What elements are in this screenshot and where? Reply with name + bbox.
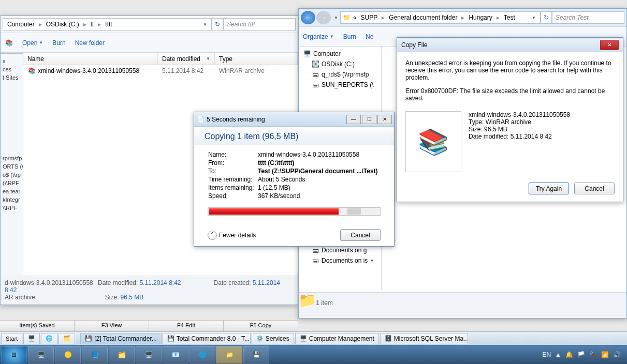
tree-item: 🖥️Computer [303,49,377,59]
start-button[interactable]: Start [1,333,22,344]
computer-icon: 🖥️ [303,50,311,58]
progress-bar [208,207,381,216]
nav-pane[interactable]: s ces t Sites rprmsfp ORTS (\ o$ (\\rp (… [1,53,23,275]
crumb[interactable]: tt [89,21,96,28]
task-button[interactable]: 🗂️ [109,346,135,363]
nav-bar: ← → ▼ 📁 « SUPP▸ General document folder▸… [299,9,626,27]
lang-indicator[interactable]: EN [542,351,551,358]
crumb[interactable]: OSDisk (C:) [44,21,81,28]
tray-icon[interactable]: 🔊 [613,351,621,358]
try-again-button[interactable]: Try Again [529,183,569,194]
new-folder-button[interactable]: Ne [366,33,373,40]
tree-item: 🖴Documents on is ▼ [303,255,377,266]
open-button[interactable]: Open ▼ [22,39,43,47]
burn-button[interactable]: Burn [52,39,65,47]
chevron-up-icon: ˄ [208,231,217,240]
disk-icon: 💽 [311,60,319,68]
system-tray[interactable]: EN ▲ 🔔 🏳️ 🔌 📶 🔊 [542,351,626,358]
crumb[interactable]: Computer [5,21,37,28]
task-item[interactable]: 🗄️ Microsoft SQL Server Ma... [380,333,468,344]
forward-button[interactable]: → [316,11,331,24]
winrar-icon: 📚 [27,67,36,75]
task-item[interactable]: ⚙️ Services [252,333,294,344]
task-item[interactable]: 🖥️ Computer Management [295,333,379,344]
f3-button[interactable]: F3 View [75,321,149,331]
quick-launch[interactable]: 🖥️ [23,333,40,344]
history-dropdown[interactable]: ▼ [334,16,338,20]
copy-dialog: 📄 5 Seconds remaining — ☐ ✕ Copying 1 it… [194,112,395,247]
file-row[interactable]: 📚xmind-windows-3.4.0.201311050558 5.11.2… [23,65,298,77]
tray-icon[interactable]: 🔌 [589,351,597,358]
tray-icon[interactable]: ▲ [555,351,561,358]
winrar-icon: 📚 [429,138,438,146]
start-orb[interactable]: ⊞ [1,346,27,363]
quick-launch[interactable]: 🗂️ [59,333,75,344]
folder-icon: 📁 [303,296,311,304]
task-button[interactable]: 📘 [82,346,108,363]
col-date[interactable]: Date modified ▼ [158,53,215,65]
breadcrumb[interactable]: 📁 « SUPP▸ General document folder▸ Hunga… [340,11,541,24]
search-input[interactable]: Search Test [552,11,624,24]
breadcrumb[interactable]: Computer▸ OSDisk (C:)▸ tt▸ tttt ▼ [3,18,212,31]
task-button[interactable]: 📁 [216,346,242,363]
back-button[interactable]: ← [301,11,315,24]
task-button[interactable]: 📧 [163,346,188,363]
cancel-button[interactable]: Cancel [574,183,615,194]
crumb[interactable]: SUPP [359,14,380,21]
tray-icon[interactable]: 🔔 [565,351,573,358]
tree-item: 💽OSDisk (C:) [303,59,377,69]
tray-icon[interactable]: 📶 [601,351,609,358]
details-table: Name:xmind-windows-3.4.0.201311050558 Fr… [208,150,378,200]
crumb[interactable]: tttt [103,21,114,28]
title: Copy File [401,41,428,49]
title: 5 Seconds remaining [205,116,345,123]
task-button[interactable]: 🌐 [189,346,215,363]
col-name[interactable]: Name [23,53,158,65]
task-item[interactable]: 💾 [2] Total Commander... [80,333,162,344]
organize-button[interactable]: Organize ▼ [303,33,334,40]
burn-button[interactable]: Burn [343,33,356,40]
tree-item: 🖴q_rds$ (\\rprmsfp [303,69,377,80]
file-info: xmind-windows-3.4.0.201311050558 Type: W… [469,111,570,140]
quick-launch[interactable]: 🌐 [41,333,57,344]
netdrive-icon: 🖴 [311,256,319,265]
winrar-icon: 📚 [5,39,13,47]
netdrive-x-icon: 🖴 [311,81,319,89]
minimize-button[interactable]: — [346,115,361,124]
close-button[interactable]: ✕ [377,115,392,124]
tree-item: 🖴Documents on g [303,245,377,255]
task-button[interactable]: 💾 [243,346,269,363]
maximize-button[interactable]: ☐ [362,115,376,124]
f4-button[interactable]: F4 Edit [149,321,224,331]
task-button[interactable]: 🖥️ [136,346,162,363]
f5-button[interactable]: F5 Copy [224,321,298,331]
upper-taskbar: Start 🖥️ 🌐 🗂️ 💾 [2] Total Commander... 💾… [0,331,627,345]
file-thumbnail: 📚 [405,111,461,172]
copy-icon: 📄 [196,115,205,124]
refresh-button[interactable]: ↻ [541,11,552,24]
task-button[interactable]: 🖥️ [28,346,54,363]
close-button[interactable]: ✕ [600,40,619,50]
task-item[interactable]: 💾 Total Commander 8.0 - T... [163,333,251,344]
crumb[interactable]: Hungary [466,14,494,21]
col-type[interactable]: Type [215,53,298,65]
search-input[interactable]: Search tttt [223,18,296,31]
folder-icon: 📁 [343,13,351,22]
task-button[interactable]: 🟡 [55,346,81,363]
breadcrumb-bar: Computer▸ OSDisk (C:)▸ tt▸ tttt ▼ ↻ Sear… [1,16,298,33]
titlebar: 📄 5 Seconds remaining — ☐ ✕ [194,112,394,127]
crumb[interactable]: General document folder [387,14,459,21]
refresh-button[interactable]: ↻ [212,18,223,31]
list-header[interactable]: Name Date modified ▼ Type [23,53,298,65]
new-folder-button[interactable]: New folder [75,39,105,47]
tray-icon[interactable]: 🏳️ [577,351,585,358]
titlebar: Copy File ✕ [397,38,623,52]
crumb[interactable]: Test [502,14,517,21]
error-dialog: Copy File ✕ An unexpected error is keepi… [397,37,623,202]
cancel-button[interactable]: Cancel [340,229,381,241]
fewer-details-button[interactable]: ˄ Fewer details [208,231,256,240]
netdrive-icon: 🖴 [311,246,319,254]
fkey-bar: Item(s) Saved F3 View F4 Edit F5 Copy [0,320,298,331]
tree-item: 🖴SUN_REPORTS (\ [303,80,377,90]
status-bar: 📁 1 item [299,292,626,318]
